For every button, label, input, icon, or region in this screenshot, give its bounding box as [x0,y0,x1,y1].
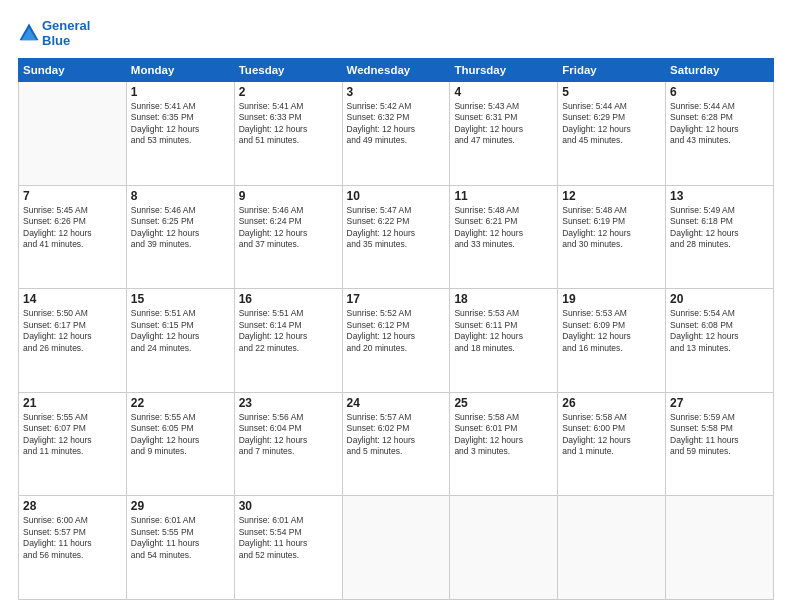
day-number: 1 [131,85,230,99]
calendar-cell: 5Sunrise: 5:44 AMSunset: 6:29 PMDaylight… [558,82,666,186]
day-info: Sunrise: 5:43 AMSunset: 6:31 PMDaylight:… [454,101,553,147]
day-number: 13 [670,189,769,203]
calendar-cell: 19Sunrise: 5:53 AMSunset: 6:09 PMDayligh… [558,289,666,393]
calendar-cell [19,82,127,186]
calendar-cell: 3Sunrise: 5:42 AMSunset: 6:32 PMDaylight… [342,82,450,186]
day-info: Sunrise: 5:44 AMSunset: 6:28 PMDaylight:… [670,101,769,147]
day-number: 18 [454,292,553,306]
week-row-2: 7Sunrise: 5:45 AMSunset: 6:26 PMDaylight… [19,185,774,289]
calendar-cell: 8Sunrise: 5:46 AMSunset: 6:25 PMDaylight… [126,185,234,289]
day-number: 16 [239,292,338,306]
day-number: 25 [454,396,553,410]
calendar-cell: 23Sunrise: 5:56 AMSunset: 6:04 PMDayligh… [234,392,342,496]
calendar-cell: 7Sunrise: 5:45 AMSunset: 6:26 PMDaylight… [19,185,127,289]
day-info: Sunrise: 5:51 AMSunset: 6:15 PMDaylight:… [131,308,230,354]
calendar-cell: 29Sunrise: 6:01 AMSunset: 5:55 PMDayligh… [126,496,234,600]
day-number: 12 [562,189,661,203]
day-info: Sunrise: 5:52 AMSunset: 6:12 PMDaylight:… [347,308,446,354]
day-info: Sunrise: 6:01 AMSunset: 5:54 PMDaylight:… [239,515,338,561]
day-number: 3 [347,85,446,99]
week-row-5: 28Sunrise: 6:00 AMSunset: 5:57 PMDayligh… [19,496,774,600]
calendar-cell: 30Sunrise: 6:01 AMSunset: 5:54 PMDayligh… [234,496,342,600]
calendar-cell: 17Sunrise: 5:52 AMSunset: 6:12 PMDayligh… [342,289,450,393]
day-number: 2 [239,85,338,99]
day-header-wednesday: Wednesday [342,59,450,82]
calendar-cell: 28Sunrise: 6:00 AMSunset: 5:57 PMDayligh… [19,496,127,600]
day-info: Sunrise: 5:50 AMSunset: 6:17 PMDaylight:… [23,308,122,354]
calendar-cell: 2Sunrise: 5:41 AMSunset: 6:33 PMDaylight… [234,82,342,186]
day-info: Sunrise: 5:53 AMSunset: 6:11 PMDaylight:… [454,308,553,354]
calendar-cell: 10Sunrise: 5:47 AMSunset: 6:22 PMDayligh… [342,185,450,289]
day-number: 10 [347,189,446,203]
day-number: 20 [670,292,769,306]
calendar-cell [342,496,450,600]
day-info: Sunrise: 5:48 AMSunset: 6:19 PMDaylight:… [562,205,661,251]
day-info: Sunrise: 6:00 AMSunset: 5:57 PMDaylight:… [23,515,122,561]
day-number: 29 [131,499,230,513]
calendar-cell: 22Sunrise: 5:55 AMSunset: 6:05 PMDayligh… [126,392,234,496]
day-number: 30 [239,499,338,513]
calendar-cell: 21Sunrise: 5:55 AMSunset: 6:07 PMDayligh… [19,392,127,496]
day-info: Sunrise: 6:01 AMSunset: 5:55 PMDaylight:… [131,515,230,561]
day-info: Sunrise: 5:54 AMSunset: 6:08 PMDaylight:… [670,308,769,354]
day-number: 28 [23,499,122,513]
calendar-cell: 15Sunrise: 5:51 AMSunset: 6:15 PMDayligh… [126,289,234,393]
week-row-4: 21Sunrise: 5:55 AMSunset: 6:07 PMDayligh… [19,392,774,496]
day-info: Sunrise: 5:46 AMSunset: 6:25 PMDaylight:… [131,205,230,251]
day-number: 23 [239,396,338,410]
day-info: Sunrise: 5:55 AMSunset: 6:07 PMDaylight:… [23,412,122,458]
day-info: Sunrise: 5:56 AMSunset: 6:04 PMDaylight:… [239,412,338,458]
day-info: Sunrise: 5:53 AMSunset: 6:09 PMDaylight:… [562,308,661,354]
calendar-cell [450,496,558,600]
day-info: Sunrise: 5:41 AMSunset: 6:33 PMDaylight:… [239,101,338,147]
calendar-cell: 25Sunrise: 5:58 AMSunset: 6:01 PMDayligh… [450,392,558,496]
day-number: 14 [23,292,122,306]
logo-text: General Blue [42,18,90,48]
day-number: 17 [347,292,446,306]
day-info: Sunrise: 5:58 AMSunset: 6:00 PMDaylight:… [562,412,661,458]
day-info: Sunrise: 5:51 AMSunset: 6:14 PMDaylight:… [239,308,338,354]
calendar-cell: 26Sunrise: 5:58 AMSunset: 6:00 PMDayligh… [558,392,666,496]
day-info: Sunrise: 5:49 AMSunset: 6:18 PMDaylight:… [670,205,769,251]
day-info: Sunrise: 5:55 AMSunset: 6:05 PMDaylight:… [131,412,230,458]
calendar-cell [558,496,666,600]
calendar-cell: 11Sunrise: 5:48 AMSunset: 6:21 PMDayligh… [450,185,558,289]
calendar-cell: 6Sunrise: 5:44 AMSunset: 6:28 PMDaylight… [666,82,774,186]
day-number: 11 [454,189,553,203]
calendar-cell: 9Sunrise: 5:46 AMSunset: 6:24 PMDaylight… [234,185,342,289]
week-row-1: 1Sunrise: 5:41 AMSunset: 6:35 PMDaylight… [19,82,774,186]
day-number: 9 [239,189,338,203]
calendar-cell: 16Sunrise: 5:51 AMSunset: 6:14 PMDayligh… [234,289,342,393]
day-info: Sunrise: 5:41 AMSunset: 6:35 PMDaylight:… [131,101,230,147]
calendar-cell: 24Sunrise: 5:57 AMSunset: 6:02 PMDayligh… [342,392,450,496]
week-row-3: 14Sunrise: 5:50 AMSunset: 6:17 PMDayligh… [19,289,774,393]
day-number: 21 [23,396,122,410]
header: General Blue [18,18,774,48]
calendar-table: SundayMondayTuesdayWednesdayThursdayFrid… [18,58,774,600]
calendar-cell: 27Sunrise: 5:59 AMSunset: 5:58 PMDayligh… [666,392,774,496]
logo-icon [18,22,40,44]
day-info: Sunrise: 5:57 AMSunset: 6:02 PMDaylight:… [347,412,446,458]
calendar-cell: 4Sunrise: 5:43 AMSunset: 6:31 PMDaylight… [450,82,558,186]
day-info: Sunrise: 5:48 AMSunset: 6:21 PMDaylight:… [454,205,553,251]
day-info: Sunrise: 5:44 AMSunset: 6:29 PMDaylight:… [562,101,661,147]
day-number: 4 [454,85,553,99]
day-number: 6 [670,85,769,99]
day-info: Sunrise: 5:45 AMSunset: 6:26 PMDaylight:… [23,205,122,251]
day-number: 24 [347,396,446,410]
calendar-cell: 1Sunrise: 5:41 AMSunset: 6:35 PMDaylight… [126,82,234,186]
day-header-tuesday: Tuesday [234,59,342,82]
day-info: Sunrise: 5:42 AMSunset: 6:32 PMDaylight:… [347,101,446,147]
day-info: Sunrise: 5:58 AMSunset: 6:01 PMDaylight:… [454,412,553,458]
calendar-cell: 18Sunrise: 5:53 AMSunset: 6:11 PMDayligh… [450,289,558,393]
calendar-cell: 20Sunrise: 5:54 AMSunset: 6:08 PMDayligh… [666,289,774,393]
day-number: 5 [562,85,661,99]
day-number: 26 [562,396,661,410]
day-number: 19 [562,292,661,306]
day-number: 7 [23,189,122,203]
calendar-cell: 13Sunrise: 5:49 AMSunset: 6:18 PMDayligh… [666,185,774,289]
day-info: Sunrise: 5:47 AMSunset: 6:22 PMDaylight:… [347,205,446,251]
day-number: 27 [670,396,769,410]
day-header-sunday: Sunday [19,59,127,82]
logo: General Blue [18,18,90,48]
